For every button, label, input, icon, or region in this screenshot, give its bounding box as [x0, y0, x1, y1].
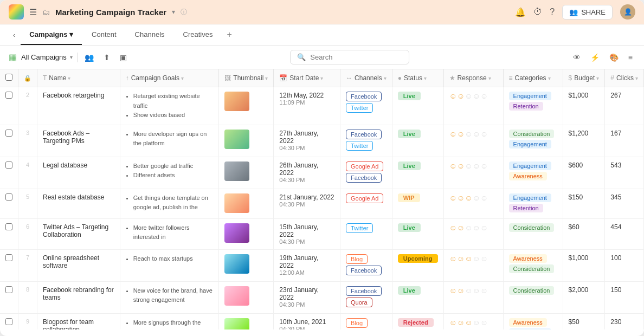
row-checkbox-3[interactable]	[5, 193, 12, 201]
row-num-6: 8	[18, 281, 37, 313]
category-tag[interactable]: Engagement	[509, 92, 551, 100]
history-icon[interactable]: ⏱	[533, 7, 542, 17]
row-checkbox-1[interactable]	[5, 130, 12, 137]
col-header-thumbnail[interactable]: 🖼Thumbnail▾	[219, 69, 274, 87]
category-tag[interactable]: Awareness	[509, 172, 547, 180]
row-clicks-1: 167	[605, 125, 644, 157]
category-tag[interactable]: Retention	[509, 204, 543, 212]
row-goals-4: More twitter followers interested in	[120, 218, 219, 249]
row-thumbnail-5	[219, 249, 274, 281]
category-tag[interactable]: Awareness	[509, 318, 547, 327]
col-header-date[interactable]: 📅Start Date▾	[274, 69, 340, 87]
view-selector[interactable]: All Campaigns ▾	[21, 53, 73, 61]
group-by-icon[interactable]: 👥	[82, 51, 96, 63]
category-tag[interactable]: Engagement	[509, 328, 551, 329]
export-icon[interactable]: ⬆	[101, 51, 113, 63]
row-checkbox-4[interactable]	[5, 223, 12, 230]
row-name-1: Facebook Ads – Targeting PMs	[37, 125, 120, 157]
title-dropdown-arrow[interactable]: ▾	[172, 8, 175, 16]
col-header-clicks[interactable]: #Clicks▾	[605, 69, 644, 87]
row-check-7[interactable]	[0, 313, 18, 329]
category-tag[interactable]: Awareness	[509, 254, 547, 263]
menu-icon[interactable]: ☰	[29, 7, 37, 17]
channel-tag[interactable]: Google Ad	[346, 193, 383, 203]
row-checkbox-5[interactable]	[5, 254, 12, 261]
row-date-3: 21st January, 2022 04:30 PM	[274, 189, 340, 218]
channel-tag[interactable]: Facebook	[346, 92, 382, 101]
tab-content[interactable]: Content	[83, 25, 125, 45]
info-icon[interactable]: ⓘ	[181, 8, 187, 17]
select-all-checkbox[interactable]	[5, 74, 12, 81]
row-check-1[interactable]	[0, 125, 18, 157]
notifications-icon[interactable]: 🔔	[515, 7, 526, 17]
nav-toggle[interactable]: ‹	[9, 25, 20, 44]
row-categories-0: EngagementRetention	[503, 87, 563, 125]
category-tag[interactable]: Engagement	[509, 140, 551, 148]
col-header-response[interactable]: ★Response▾	[443, 69, 503, 87]
avatar[interactable]: 👤	[620, 4, 635, 20]
header-right: 🔔 ⏱ ? 👥 SHARE 👤	[515, 4, 635, 20]
breadcrumb-icon: 🗂	[42, 8, 50, 16]
row-check-2[interactable]	[0, 157, 18, 189]
col-header-categories[interactable]: ≡Categories▾	[503, 69, 563, 87]
status-badge: Live	[398, 92, 421, 100]
channel-tag[interactable]: Blog	[346, 318, 368, 328]
col-header-name[interactable]: TName▾	[37, 69, 120, 87]
row-budget-5: $1,000	[563, 249, 605, 281]
row-checkbox-7[interactable]	[5, 318, 12, 325]
col-header-goals[interactable]: ↑Campaign Goals▾	[120, 69, 219, 87]
col-header-check[interactable]	[0, 69, 18, 87]
row-checkbox-2[interactable]	[5, 161, 12, 169]
row-channels-3: Google Ad	[340, 189, 392, 218]
row-check-4[interactable]	[0, 218, 18, 249]
col-header-channels[interactable]: ↔Channels▾	[340, 69, 392, 87]
add-tab-button[interactable]: +	[222, 24, 236, 45]
row-response-7: ☺☺☺☺☺	[443, 313, 503, 329]
row-check-6[interactable]	[0, 281, 18, 313]
channel-tag[interactable]: Facebook	[346, 130, 382, 139]
filter-icon[interactable]: ⚡	[588, 51, 602, 63]
channel-tag[interactable]: Twitter	[346, 141, 373, 151]
table-view-icon[interactable]: ▣	[117, 51, 130, 63]
color-icon[interactable]: 🎨	[607, 51, 621, 63]
channel-tag[interactable]: Google Ad	[346, 161, 383, 171]
row-budget-3: $150	[563, 189, 605, 218]
category-tag[interactable]: Consideration	[509, 130, 555, 138]
category-tag[interactable]: Consideration	[509, 223, 555, 232]
channel-tag[interactable]: Facebook	[346, 173, 382, 183]
channel-tag[interactable]: Blog	[346, 254, 368, 264]
status-badge: Live	[398, 161, 421, 170]
category-tag[interactable]: Retention	[509, 102, 543, 111]
sort-icon[interactable]: ≡	[626, 51, 635, 63]
category-tag[interactable]: Consideration	[509, 286, 555, 295]
star-rating: ☺☺☺☺☺	[449, 223, 488, 232]
star-rating: ☺☺☺☺☺	[449, 193, 488, 202]
help-icon[interactable]: ?	[550, 7, 555, 17]
tab-channels[interactable]: Channels	[126, 25, 173, 45]
hide-fields-icon[interactable]: 👁	[570, 51, 583, 63]
channel-tag[interactable]: Quora	[346, 298, 372, 307]
tab-creatives[interactable]: Creatives	[175, 25, 222, 45]
tab-campaigns[interactable]: Campaigns ▾	[21, 25, 82, 45]
channel-tag[interactable]: Facebook	[346, 266, 382, 275]
share-button[interactable]: 👥 SHARE	[562, 5, 613, 20]
channel-tag[interactable]: Twitter	[346, 223, 373, 233]
row-name-2: Legal database	[37, 157, 120, 189]
channel-tag[interactable]: Facebook	[346, 286, 382, 296]
category-tag[interactable]: Consideration	[509, 264, 555, 273]
row-check-5[interactable]	[0, 249, 18, 281]
row-checkbox-6[interactable]	[5, 286, 12, 293]
search-box[interactable]: 🔍	[290, 50, 409, 64]
row-check-3[interactable]	[0, 189, 18, 218]
row-checkbox-0[interactable]	[5, 92, 12, 99]
search-input[interactable]	[310, 53, 402, 61]
row-categories-2: EngagementAwareness	[503, 157, 563, 189]
channel-tag[interactable]: Twitter	[346, 103, 373, 113]
category-tag[interactable]: Engagement	[509, 161, 551, 170]
row-check-0[interactable]	[0, 87, 18, 125]
row-categories-4: Consideration	[503, 218, 563, 249]
category-tag[interactable]: Engagement	[509, 193, 551, 202]
col-header-budget[interactable]: $Budget▾	[563, 69, 605, 87]
star-rating: ☺☺☺☺☺	[449, 130, 488, 138]
col-header-status[interactable]: ●Status▾	[392, 69, 443, 87]
